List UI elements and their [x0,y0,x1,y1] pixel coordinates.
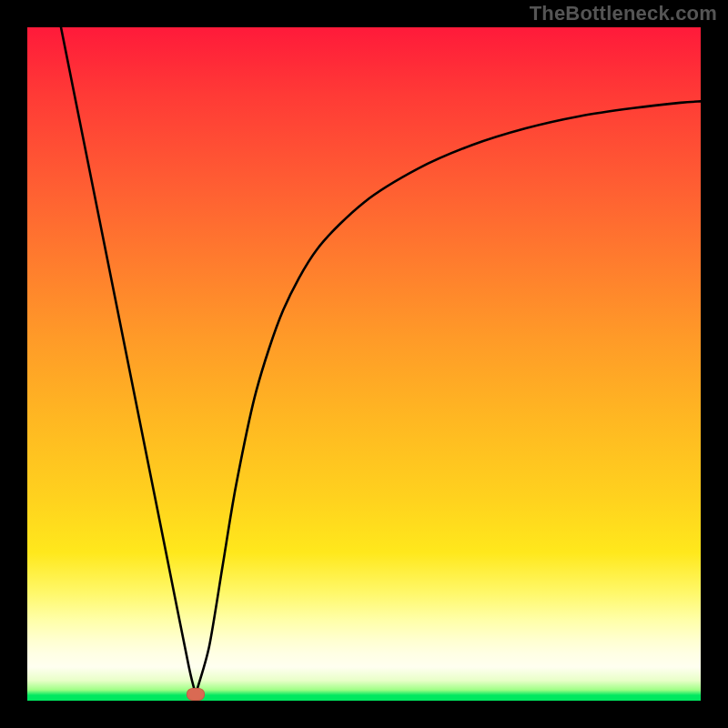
optimal-point-marker [187,688,205,701]
plot-area [27,27,701,701]
watermark-label: TheBottleneck.com [530,2,717,25]
bottleneck-curve [27,27,701,701]
chart-frame: TheBottleneck.com [0,0,728,728]
